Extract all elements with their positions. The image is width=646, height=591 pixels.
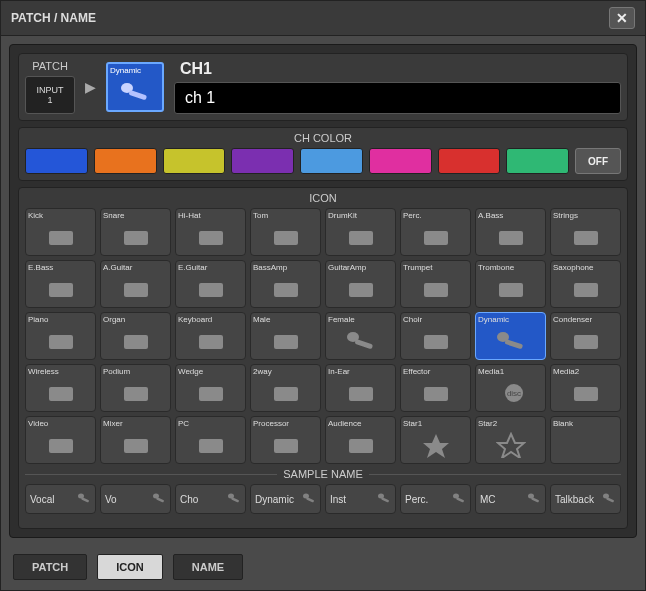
icon-a-bass[interactable]: A.Bass — [475, 208, 546, 256]
icon-label: Strings — [553, 211, 618, 220]
icon-guitaramp[interactable]: GuitarAmp — [325, 260, 396, 308]
icon-condenser[interactable]: Condenser — [550, 312, 621, 360]
icon-trombone[interactable]: Trombone — [475, 260, 546, 308]
icon-wedge[interactable]: Wedge — [175, 364, 246, 412]
icon-bassamp[interactable]: BassAmp — [250, 260, 321, 308]
icon-preview[interactable]: Dynamic — [106, 62, 164, 112]
e-bass-icon — [28, 272, 93, 305]
icon-strings[interactable]: Strings — [550, 208, 621, 256]
tab-icon[interactable]: ICON — [97, 554, 163, 580]
sample-talkback[interactable]: Talkback — [550, 484, 621, 514]
svg-rect-38 — [124, 439, 148, 453]
icon-label: Organ — [103, 315, 168, 324]
icon-wireless[interactable]: Wireless — [25, 364, 96, 412]
sample-inst[interactable]: Inst — [325, 484, 396, 514]
close-button[interactable]: ✕ — [609, 7, 635, 29]
mixer-icon — [103, 428, 168, 461]
icon-keyboard[interactable]: Keyboard — [175, 312, 246, 360]
icon-label: Trumpet — [403, 263, 468, 272]
sample-perc-[interactable]: Perc. — [400, 484, 471, 514]
e-guitar-icon — [178, 272, 243, 305]
sample-mc[interactable]: MC — [475, 484, 546, 514]
svg-rect-30 — [199, 387, 223, 401]
icon-a-guitar[interactable]: A.Guitar — [100, 260, 171, 308]
color-swatch-4[interactable] — [300, 148, 363, 174]
icon-e-bass[interactable]: E.Bass — [25, 260, 96, 308]
svg-rect-49 — [231, 497, 239, 503]
icon-label: Audience — [328, 419, 393, 428]
color-swatch-5[interactable] — [369, 148, 432, 174]
sample-label: Perc. — [405, 494, 428, 505]
icon-snare[interactable]: Snare — [100, 208, 171, 256]
svg-rect-1 — [128, 90, 147, 100]
icon-drumkit[interactable]: DrumKit — [325, 208, 396, 256]
channel-name-input[interactable] — [174, 82, 621, 114]
icon-audience[interactable]: Audience — [325, 416, 396, 464]
titlebar: PATCH / NAME ✕ — [1, 1, 645, 36]
channel-label: CH1 — [174, 60, 621, 78]
icon-2way[interactable]: 2way — [250, 364, 321, 412]
icon-podium[interactable]: Podium — [100, 364, 171, 412]
sample-label: Inst — [330, 494, 346, 505]
a-bass-icon — [478, 220, 543, 253]
icon-pc[interactable]: PC — [175, 416, 246, 464]
color-swatch-0[interactable] — [25, 148, 88, 174]
svg-rect-8 — [499, 231, 523, 245]
color-swatch-2[interactable] — [163, 148, 226, 174]
audience-icon — [328, 428, 393, 461]
icon-star2[interactable]: Star2 — [475, 416, 546, 464]
icon-label: Choir — [403, 315, 468, 324]
icon-in-ear[interactable]: In-Ear — [325, 364, 396, 412]
tab-patch[interactable]: PATCH — [13, 554, 87, 580]
icon-saxophone[interactable]: Saxophone — [550, 260, 621, 308]
piano-icon — [28, 324, 93, 357]
mic-icon — [77, 492, 91, 506]
icon-trumpet[interactable]: Trumpet — [400, 260, 471, 308]
icon-hi-hat[interactable]: Hi-Hat — [175, 208, 246, 256]
icon-label: Keyboard — [178, 315, 243, 324]
sample-vo[interactable]: Vo — [100, 484, 171, 514]
color-swatch-1[interactable] — [94, 148, 157, 174]
icon-processor[interactable]: Processor — [250, 416, 321, 464]
icon-male[interactable]: Male — [250, 312, 321, 360]
color-off-button[interactable]: OFF — [575, 148, 621, 174]
svg-rect-4 — [199, 231, 223, 245]
icon-tom[interactable]: Tom — [250, 208, 321, 256]
svg-rect-37 — [49, 439, 73, 453]
icon-label: Star1 — [403, 419, 468, 428]
tab-name[interactable]: NAME — [173, 554, 243, 580]
icon-mixer[interactable]: Mixer — [100, 416, 171, 464]
icon-kick[interactable]: Kick — [25, 208, 96, 256]
svg-rect-13 — [274, 283, 298, 297]
svg-rect-23 — [354, 339, 373, 349]
sample-dynamic[interactable]: Dynamic — [250, 484, 321, 514]
icon-label: E.Bass — [28, 263, 93, 272]
svg-rect-14 — [349, 283, 373, 297]
window-title: PATCH / NAME — [11, 11, 96, 25]
icon-blank[interactable]: Blank — [550, 416, 621, 464]
icon-dynamic[interactable]: Dynamic — [475, 312, 546, 360]
icon-e-guitar[interactable]: E.Guitar — [175, 260, 246, 308]
channel-info: CH1 — [174, 60, 621, 114]
patch-input-button[interactable]: INPUT 1 — [25, 76, 75, 114]
icon-label: Perc. — [403, 211, 468, 220]
icon-star1[interactable]: Star1 — [400, 416, 471, 464]
sample-vocal[interactable]: Vocal — [25, 484, 96, 514]
svg-rect-17 — [574, 283, 598, 297]
icon-effector[interactable]: Effector — [400, 364, 471, 412]
icon-media2[interactable]: Media2 — [550, 364, 621, 412]
wireless-icon — [28, 376, 93, 409]
icon-piano[interactable]: Piano — [25, 312, 96, 360]
icon-perc-[interactable]: Perc. — [400, 208, 471, 256]
sample-cho[interactable]: Cho — [175, 484, 246, 514]
icon-organ[interactable]: Organ — [100, 312, 171, 360]
color-swatch-6[interactable] — [438, 148, 501, 174]
icon-media1[interactable]: Media1disc — [475, 364, 546, 412]
icon-video[interactable]: Video — [25, 416, 96, 464]
patch-row: PATCH INPUT 1 ▶ Dynamic CH1 — [18, 53, 628, 121]
icon-female[interactable]: Female — [325, 312, 396, 360]
color-swatch-3[interactable] — [231, 148, 294, 174]
color-swatch-7[interactable] — [506, 148, 569, 174]
icon-choir[interactable]: Choir — [400, 312, 471, 360]
icon-label: Condenser — [553, 315, 618, 324]
